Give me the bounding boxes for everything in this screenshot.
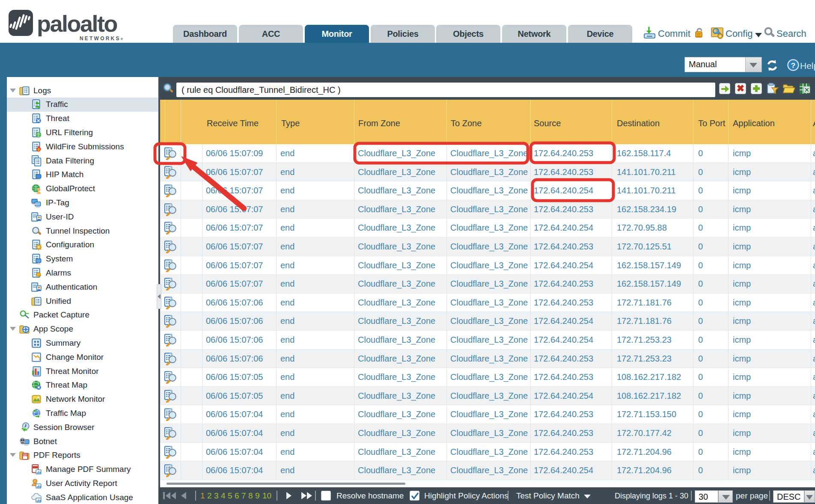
svg-text:PDF: PDF	[24, 454, 27, 457]
svg-text:?: ?	[791, 62, 795, 70]
svg-text:paloalto: paloalto	[37, 11, 117, 36]
svg-text:NETWORKS®: NETWORKS®	[80, 36, 123, 42]
